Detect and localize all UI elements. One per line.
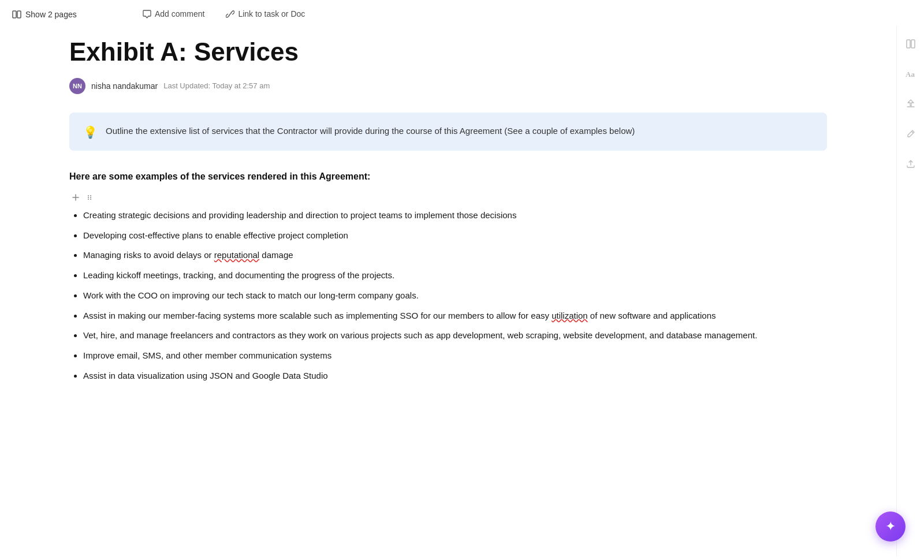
ai-assistant-button[interactable]: ✦ [875,512,906,542]
text-size-icon: Aa [905,68,916,80]
list-item: Managing risks to avoid delays or reputa… [83,248,827,263]
svg-rect-8 [907,40,910,48]
list-item: Assist in data visualization using JSON … [83,369,827,383]
share-icon [906,99,916,109]
list-item: Developing cost-effective plans to enabl… [83,229,827,243]
svg-rect-1 [17,11,21,18]
drag-block-button[interactable] [83,191,96,204]
list-item-text: Assist in making our member-facing syste… [83,311,716,320]
author-row: NN nisha nandakumar Last Updated: Today … [69,78,827,94]
show-pages-button[interactable]: Show 2 pages [7,7,81,22]
export-icon [906,159,916,169]
list-item: Leading kickoff meetings, tracking, and … [83,268,827,283]
list-item: Assist in making our member-facing syste… [83,309,827,323]
info-box-text: Outline the extensive list of services t… [106,124,635,138]
svg-rect-0 [13,11,16,18]
services-list: Creating strategic decisions and providi… [69,208,827,383]
info-box: 💡 Outline the extensive list of services… [69,113,827,151]
right-sidebar: Aa [896,25,924,557]
list-item-text: Improve email, SMS, and other member com… [83,350,331,360]
edit-button[interactable] [901,125,920,143]
list-item-text: Vet, hire, and manage freelancers and co… [83,330,757,340]
add-comment-button[interactable]: Add comment [139,7,208,21]
layout-toggle-button[interactable] [901,35,920,53]
svg-point-7 [90,199,91,200]
list-item-text: Managing risks to avoid delays or reputa… [83,250,293,260]
page-title: Exhibit A: Services [69,37,827,68]
link-to-task-label: Link to task or Doc [238,9,305,18]
svg-point-3 [88,197,89,198]
share-button[interactable] [901,95,920,113]
link-to-task-button[interactable]: Link to task or Doc [222,7,308,21]
list-item: Improve email, SMS, and other member com… [83,349,827,363]
list-item-text: Developing cost-effective plans to enabl… [83,230,348,240]
spelling-underline: utilization [552,311,588,320]
main-content: Exhibit A: Services NN nisha nandakumar … [0,25,924,557]
svg-point-6 [90,197,91,198]
svg-point-4 [88,199,89,200]
list-item: Creating strategic decisions and providi… [83,208,827,223]
lightbulb-icon: 💡 [83,125,98,139]
list-item-text: Assist in data visualization using JSON … [83,371,328,380]
list-item-text: Leading kickoff meetings, tracking, and … [83,270,394,280]
layout-icon [906,39,916,49]
svg-rect-9 [911,40,915,48]
section-heading: Here are some examples of the services r… [69,171,827,182]
svg-text:Aa: Aa [906,70,915,79]
add-block-button[interactable] [69,191,82,204]
list-item-text: Work with the COO on improving our tech … [83,290,419,300]
author-name: nisha nandakumar [91,81,158,91]
svg-point-2 [88,195,89,196]
spelling-underline: reputational [214,250,259,260]
edit-icon [906,129,916,139]
list-item-text: Creating strategic decisions and providi… [83,210,516,220]
export-button[interactable] [901,155,920,173]
show-pages-label: Show 2 pages [25,10,77,19]
text-size-button[interactable]: Aa [901,65,920,83]
avatar: NN [69,78,85,94]
list-item: Vet, hire, and manage freelancers and co… [83,328,827,343]
link-icon [225,9,234,18]
comment-icon [142,9,151,18]
toolbar: Show 2 pages Add comment Link to task or… [0,0,924,25]
pages-icon [12,9,22,20]
add-comment-label: Add comment [155,9,204,18]
block-controls [69,191,827,204]
sparkle-icon: ✦ [885,519,896,534]
document-area: Exhibit A: Services NN nisha nandakumar … [0,25,896,557]
last-updated: Last Updated: Today at 2:57 am [163,81,270,90]
svg-point-5 [90,195,91,196]
list-item: Work with the COO on improving our tech … [83,289,827,303]
